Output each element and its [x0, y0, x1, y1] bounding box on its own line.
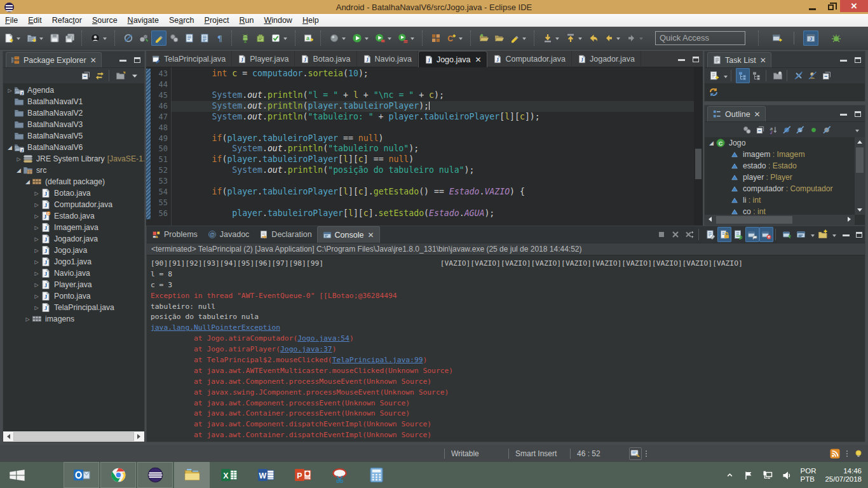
menu-file[interactable]: File — [0, 14, 23, 27]
scroll-right-arrow[interactable] — [844, 215, 855, 224]
java-perspective-button[interactable]: J — [803, 30, 818, 46]
open-type-button[interactable] — [166, 30, 182, 46]
word-wrap-button[interactable] — [731, 227, 745, 242]
minimize-view-icon[interactable] — [119, 60, 126, 62]
build-all-button[interactable] — [136, 30, 151, 46]
maximize-console-icon[interactable] — [856, 232, 862, 238]
expand-arrow-icon[interactable]: ▷ — [32, 202, 41, 208]
new-java-project-button[interactable] — [24, 30, 47, 46]
open-file-button[interactable] — [477, 30, 492, 46]
package-explorer-tab[interactable]: Package Explorer✕ — [6, 52, 102, 67]
debug-perspective-button[interactable] — [829, 30, 844, 46]
tree-item-ponto-java[interactable]: ▷JPonto.java — [3, 290, 144, 302]
filter-person-button[interactable] — [806, 68, 820, 83]
maximize-view-icon[interactable] — [134, 57, 140, 63]
tree-item-batalhanavalv6[interactable]: ◢JBatalhaNavalV6 — [3, 142, 144, 153]
remove-all-launches-button[interactable] — [682, 227, 696, 242]
new-java-class-button[interactable]: a — [301, 30, 316, 46]
show-on-stdout-on-button[interactable] — [745, 227, 759, 242]
tips-button[interactable] — [851, 446, 865, 461]
expand-arrow-icon[interactable]: ▷ — [24, 316, 32, 322]
tree-item-botao-java[interactable]: ▷JBotao.java — [3, 187, 144, 199]
expand-arrow-icon[interactable]: ▷ — [32, 214, 41, 219]
expand-arrow-icon[interactable]: ▷ — [32, 191, 41, 196]
outline-class-jogo[interactable]: ◢CJogo — [705, 137, 855, 149]
minimize-view-icon[interactable] — [840, 114, 847, 116]
tree-item-agenda[interactable]: ▷JAgenda — [3, 85, 144, 96]
tree-item-batalhanavalv3[interactable]: BatalhaNavalV3 — [3, 119, 144, 130]
menu-search[interactable]: Search — [164, 14, 200, 27]
expand-arrow-icon[interactable]: ▷ — [32, 282, 41, 288]
scrollbar-thumb[interactable] — [856, 147, 864, 173]
dropdown-arrow-icon[interactable] — [39, 37, 43, 42]
scroll-left-arrow[interactable] — [3, 431, 13, 442]
hide-nonpublic-button[interactable] — [807, 122, 820, 137]
tree-item--default-package-[interactable]: ◢(default package) — [3, 176, 144, 187]
expand-arrow-icon[interactable]: ▷ — [32, 236, 41, 242]
tray-flag-button[interactable] — [743, 470, 754, 480]
package-explorer-hscrollbar[interactable] — [3, 431, 144, 442]
expand-arrow-icon[interactable]: ▷ — [32, 305, 41, 311]
dropdown-arrow-icon[interactable] — [811, 234, 815, 239]
package-explorer-close-icon[interactable]: ✕ — [90, 56, 97, 65]
minimize-editor-icon[interactable] — [678, 59, 685, 61]
taskbar-calculator-button[interactable] — [358, 462, 394, 488]
taskbar-chrome-button[interactable] — [100, 462, 136, 488]
tree-item-telaprincipal-java[interactable]: ▷JTelaPrincipal.java — [3, 302, 144, 313]
categorized-on-button[interactable] — [736, 68, 750, 83]
close-button[interactable]: ✕ — [840, 0, 868, 12]
menu-navigate[interactable]: Navigate — [123, 14, 164, 27]
close-tab-icon[interactable]: ✕ — [367, 231, 374, 240]
console-link[interactable]: java.lang.NullPointerException — [151, 323, 280, 332]
tree-item-batalhanavalv1[interactable]: BatalhaNavalV1 — [3, 96, 144, 107]
editor-vscrollbar[interactable] — [694, 67, 703, 226]
menu-help[interactable]: Help — [297, 14, 324, 27]
tray-chevron-button[interactable] — [725, 470, 735, 480]
previous-edit-location-button[interactable] — [563, 30, 586, 46]
taskbar-excel-button[interactable]: X — [211, 462, 247, 488]
taskbar-eclipse-button[interactable] — [137, 462, 173, 488]
tree-item-src[interactable]: ◢src — [3, 165, 144, 176]
outline-field-co[interactable]: co : int — [705, 206, 855, 215]
scroll-right-arrow[interactable] — [134, 431, 144, 442]
expand-arrow-icon[interactable]: ▷ — [32, 259, 41, 265]
tree-item-imagem-java[interactable]: ▷JImagem.java — [3, 222, 144, 233]
menu-run[interactable]: Run — [234, 14, 259, 27]
collapse-arrow-icon[interactable]: ◢ — [24, 179, 32, 185]
menu-edit[interactable]: Edit — [23, 14, 47, 27]
dropdown-arrow-icon[interactable] — [365, 37, 369, 42]
tray-network-button[interactable] — [763, 470, 773, 480]
hide-completed-button[interactable] — [792, 68, 806, 83]
taskbar-file-explorer-button[interactable] — [174, 462, 210, 488]
outline-field-computador[interactable]: computador : Computador — [705, 183, 855, 194]
menu-project[interactable]: Project — [200, 14, 234, 27]
mark-occurrences-button[interactable] — [151, 30, 166, 46]
task-folder-button[interactable] — [771, 68, 785, 83]
taskbar-powerpoint-button[interactable]: P — [285, 462, 320, 488]
taskbar-word-button[interactable]: W — [248, 462, 283, 488]
view-menu-button[interactable] — [128, 68, 142, 83]
tree-item-batalhanavalv5[interactable]: BatalhaNavalV5 — [3, 130, 144, 142]
expand-arrow-icon[interactable]: ▷ — [32, 271, 41, 276]
new-task-button[interactable] — [707, 68, 721, 83]
outline-field-li[interactable]: li : int — [705, 194, 855, 206]
display-console-button[interactable] — [794, 227, 808, 242]
hide-static-button[interactable]: S — [794, 122, 807, 137]
scrollbar-thumb[interactable] — [13, 432, 134, 441]
back-button[interactable] — [601, 30, 624, 46]
forward-button[interactable] — [624, 30, 647, 46]
dropdown-arrow-icon[interactable] — [103, 37, 107, 42]
console-output[interactable]: [90][91][92][93][94][95][96][97][98][99]… — [147, 256, 865, 442]
collapse-all-button[interactable] — [79, 68, 93, 83]
task-list-tab[interactable]: Task List✕ — [707, 52, 771, 67]
collapse-arrow-icon[interactable]: ◢ — [15, 167, 23, 173]
dropdown-arrow-icon[interactable] — [578, 37, 582, 42]
toggle-checkbox-button[interactable] — [268, 30, 291, 46]
collapse-arrow-icon[interactable]: ◢ — [707, 140, 715, 146]
tree-item-batalhanavalv2[interactable]: BatalhaNavalV2 — [3, 107, 144, 119]
code-text[interactable]: int c = computador.sorteia(10); System.o… — [172, 67, 694, 226]
view-tab-console[interactable]: Console✕ — [317, 226, 380, 243]
run-last-button[interactable] — [395, 30, 418, 46]
task-list-close-icon[interactable]: ✕ — [760, 56, 766, 65]
hide-fields-button[interactable] — [780, 122, 794, 137]
